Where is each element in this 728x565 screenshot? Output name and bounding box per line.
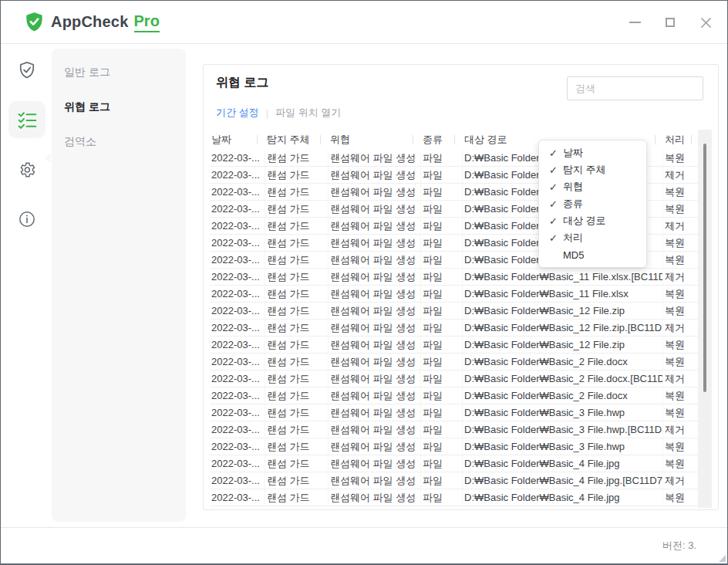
table-row[interactable]: 2022-03-...랜섬 가드랜섬웨어 파일 생성파일D:₩Basic Fol… [210, 489, 699, 506]
cell-threat: 랜섬웨어 파일 생성 [329, 218, 421, 234]
cell-type: 파일 [421, 438, 463, 455]
rail-item-info[interactable] [8, 201, 46, 238]
rail-item-logs[interactable] [8, 101, 46, 138]
cell-type: 파일 [421, 218, 463, 234]
column-header-agent[interactable]: 탐지 주체 [265, 130, 329, 150]
cell-date: 2022-03-... [210, 489, 265, 506]
cell-threat: 랜섬웨어 파일 생성 [329, 404, 421, 421]
brand-name: AppCheck [51, 13, 129, 31]
column-header-date[interactable]: 날짜 [210, 130, 265, 150]
table-row[interactable]: 2022-03-...랜섬 가드랜섬웨어 파일 생성파일D:₩Basic Fol… [210, 286, 699, 303]
cell-action: 복원 [663, 337, 699, 353]
threat-log-panel: 위협 로그 기간 설정 | 파일 위치 열기 날짜탐지 주체위협종류대상 경로처… [203, 64, 719, 510]
nav-rail [1, 44, 52, 533]
info-icon [18, 210, 36, 228]
brand-shield-icon [24, 12, 45, 32]
table-row[interactable]: 2022-03-...랜섬 가드랜섬웨어 파일 생성파일D:₩Basic Fol… [210, 370, 699, 387]
cell-agent: 랜섬 가드 [265, 472, 329, 489]
cell-agent: 랜섬 가드 [265, 438, 329, 455]
menu-item-label: 날짜 [563, 146, 583, 160]
check-icon: ✓ [544, 198, 563, 210]
check-icon: ✓ [544, 215, 563, 227]
cell-path: D:₩Basic Folder₩Basic_3 File.hwp.[BC11D7… [463, 421, 663, 438]
cell-path: D:₩Basic Folder₩Basic_4 File.jpg [463, 489, 663, 506]
menu-item-탐지 주체[interactable]: ✓탐지 주체 [539, 161, 646, 178]
cell-type: 파일 [421, 404, 463, 421]
cell-agent: 랜섬 가드 [265, 320, 329, 336]
cell-threat: 랜섬웨어 파일 생성 [329, 438, 421, 455]
open-file-location-link[interactable]: 파일 위치 열기 [275, 106, 341, 120]
period-setting-link[interactable]: 기간 설정 [216, 106, 259, 120]
table-row[interactable]: 2022-03-...랜섬 가드랜섬웨어 파일 생성파일D:₩Basic Fol… [210, 337, 699, 354]
cell-threat: 랜섬웨어 파일 생성 [329, 201, 421, 217]
sidebar-item-quarantine[interactable]: 검역소 [64, 134, 186, 149]
table-row[interactable]: 2022-03-...랜섬 가드랜섬웨어 파일 생성파일D:₩Basic Fol… [210, 404, 699, 421]
cell-agent: 랜섬 가드 [265, 201, 329, 217]
cell-agent: 랜섬 가드 [265, 252, 329, 268]
menu-item-처리[interactable]: ✓처리 [539, 229, 646, 246]
cell-path: D:₩Basic Folder₩Basic_11 File.xlsx.[BC11… [463, 269, 663, 285]
footer-divider [1, 527, 727, 528]
cell-type: 파일 [421, 370, 463, 387]
menu-item-MD5[interactable]: MD5 [539, 246, 646, 263]
cell-type: 파일 [421, 269, 463, 285]
table-row[interactable]: 2022-03-...랜섬 가드랜섬웨어 파일 생성파일D:₩Basic Fol… [210, 303, 699, 320]
cell-threat: 랜섬웨어 파일 생성 [329, 320, 421, 336]
table-row[interactable]: 2022-03-...랜섬 가드랜섬웨어 파일 생성파일D:₩Basic Fol… [210, 269, 699, 286]
resize-grip[interactable] [719, 555, 726, 562]
table-row[interactable]: 2022-03-...랜섬 가드랜섬웨어 파일 생성파일D:₩Basic Fol… [210, 421, 699, 438]
menu-item-label: 탐지 주체 [563, 163, 606, 177]
cell-type: 파일 [421, 167, 463, 183]
table-row[interactable]: 2022-03-...랜섬 가드랜섬웨어 파일 생성파일D:₩Basic Fol… [210, 320, 699, 337]
menu-item-날짜[interactable]: ✓날짜 [539, 144, 646, 161]
cell-threat: 랜섬웨어 파일 생성 [329, 472, 421, 489]
menu-item-위협[interactable]: ✓위협 [539, 178, 646, 195]
maximize-button[interactable] [664, 16, 676, 29]
cell-agent: 랜섬 가드 [265, 269, 329, 285]
rail-item-protection[interactable] [8, 52, 46, 89]
cell-action: 복원 [663, 201, 699, 217]
cell-action: 복원 [663, 387, 699, 404]
checklist-icon [18, 110, 37, 130]
cell-threat: 랜섬웨어 파일 생성 [329, 167, 421, 183]
menu-item-label: 처리 [563, 231, 583, 245]
table-row[interactable]: 2022-03-...랜섬 가드랜섬웨어 파일 생성파일D:₩Basic Fol… [210, 387, 699, 404]
menu-item-label: 대상 경로 [563, 214, 606, 228]
cell-date: 2022-03-... [210, 404, 265, 421]
cell-date: 2022-03-... [210, 370, 265, 387]
cell-path: D:₩Basic Folder₩Basic_4 File.jpg [463, 455, 663, 472]
table-row[interactable]: 2022-03-...랜섬 가드랜섬웨어 파일 생성파일D:₩Basic Fol… [210, 472, 699, 489]
cell-type: 파일 [421, 150, 463, 166]
cell-threat: 랜섬웨어 파일 생성 [329, 252, 421, 268]
column-header-threat[interactable]: 위협 [329, 130, 421, 150]
vertical-scrollbar[interactable] [698, 130, 712, 508]
rail-item-settings[interactable] [8, 151, 46, 188]
cell-threat: 랜섬웨어 파일 생성 [329, 337, 421, 353]
cell-type: 파일 [421, 303, 463, 319]
scrollbar-thumb[interactable] [703, 144, 706, 392]
column-header-type[interactable]: 종류 [421, 130, 463, 150]
close-button[interactable] [699, 16, 712, 29]
table-row[interactable]: 2022-03-...랜섬 가드랜섬웨어 파일 생성파일D:₩Basic Fol… [210, 438, 699, 455]
cell-agent: 랜섬 가드 [265, 421, 329, 438]
menu-item-종류[interactable]: ✓종류 [539, 195, 646, 212]
cell-type: 파일 [421, 455, 463, 472]
cell-threat: 랜섬웨어 파일 생성 [329, 235, 421, 251]
menu-item-대상 경로[interactable]: ✓대상 경로 [539, 212, 646, 229]
table-row[interactable]: 2022-03-...랜섬 가드랜섬웨어 파일 생성파일D:₩Basic Fol… [210, 354, 699, 370]
cell-type: 파일 [421, 201, 463, 217]
cell-date: 2022-03-... [210, 354, 265, 370]
minimize-button[interactable] [629, 16, 641, 29]
search-input[interactable] [567, 76, 703, 100]
cell-agent: 랜섬 가드 [265, 218, 329, 234]
cell-date: 2022-03-... [210, 167, 265, 183]
sidebar-item-general-log[interactable]: 일반 로그 [64, 64, 186, 80]
table-row[interactable]: 2022-03-...랜섬 가드랜섬웨어 파일 생성파일D:₩Basic Fol… [210, 455, 699, 472]
cell-action: 제거 [663, 370, 699, 387]
cell-type: 파일 [421, 489, 463, 506]
cell-threat: 랜섬웨어 파일 생성 [329, 286, 421, 302]
column-header-action[interactable]: 처리 [663, 130, 699, 150]
cell-threat: 랜섬웨어 파일 생성 [329, 184, 421, 200]
shield-check-icon [17, 60, 37, 80]
sidebar-item-threat-log[interactable]: 위협 로그 [64, 99, 186, 114]
